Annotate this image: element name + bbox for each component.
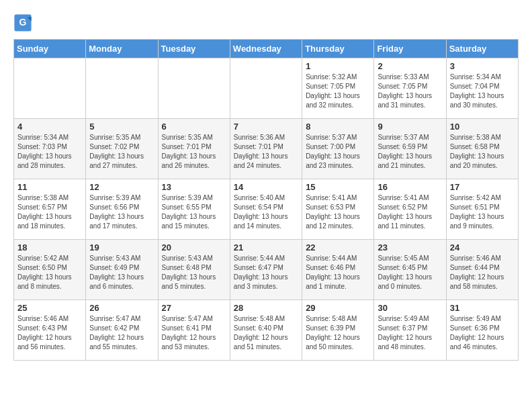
day-number: 21 (234, 242, 298, 253)
day-cell: 26Sunrise: 5:47 AM Sunset: 6:42 PM Dayli… (86, 300, 158, 361)
day-info: Sunrise: 5:44 AM Sunset: 6:46 PM Dayligh… (306, 254, 370, 291)
day-cell: 21Sunrise: 5:44 AM Sunset: 6:47 PM Dayli… (230, 240, 302, 300)
day-cell: 15Sunrise: 5:41 AM Sunset: 6:53 PM Dayli… (302, 179, 374, 240)
day-info: Sunrise: 5:39 AM Sunset: 6:56 PM Dayligh… (89, 193, 154, 231)
header-day-wednesday: Wednesday (230, 40, 302, 58)
day-info: Sunrise: 5:35 AM Sunset: 7:01 PM Dayligh… (162, 133, 226, 171)
day-info: Sunrise: 5:47 AM Sunset: 6:41 PM Dayligh… (162, 314, 226, 352)
day-info: Sunrise: 5:38 AM Sunset: 6:57 PM Dayligh… (17, 193, 82, 231)
header-row: SundayMondayTuesdayWednesdayThursdayFrid… (14, 40, 519, 58)
header-day-saturday: Saturday (446, 40, 518, 58)
day-number: 26 (89, 303, 154, 313)
day-number: 29 (306, 303, 370, 313)
day-number: 1 (306, 61, 370, 71)
svg-text:G: G (19, 17, 27, 28)
day-number: 3 (450, 61, 515, 71)
day-cell: 7Sunrise: 5:36 AM Sunset: 7:01 PM Daylig… (230, 119, 302, 179)
day-info: Sunrise: 5:49 AM Sunset: 6:36 PM Dayligh… (450, 314, 515, 352)
day-number: 5 (89, 122, 154, 132)
day-info: Sunrise: 5:42 AM Sunset: 6:51 PM Dayligh… (450, 193, 515, 231)
day-number: 16 (378, 182, 442, 192)
day-cell: 22Sunrise: 5:44 AM Sunset: 6:46 PM Dayli… (302, 240, 374, 300)
day-number: 10 (450, 122, 515, 132)
day-number: 15 (306, 182, 370, 192)
day-cell (158, 58, 230, 119)
day-cell: 18Sunrise: 5:42 AM Sunset: 6:50 PM Dayli… (14, 240, 86, 300)
day-info: Sunrise: 5:48 AM Sunset: 6:40 PM Dayligh… (234, 314, 298, 352)
day-info: Sunrise: 5:48 AM Sunset: 6:39 PM Dayligh… (306, 314, 370, 352)
day-cell: 13Sunrise: 5:39 AM Sunset: 6:55 PM Dayli… (158, 179, 230, 240)
day-number: 18 (17, 242, 82, 253)
day-cell: 25Sunrise: 5:46 AM Sunset: 6:43 PM Dayli… (14, 300, 86, 361)
day-cell: 14Sunrise: 5:40 AM Sunset: 6:54 PM Dayli… (230, 179, 302, 240)
day-info: Sunrise: 5:38 AM Sunset: 6:58 PM Dayligh… (450, 133, 515, 171)
header-day-thursday: Thursday (302, 40, 374, 58)
day-cell: 4Sunrise: 5:34 AM Sunset: 7:03 PM Daylig… (14, 119, 86, 179)
day-info: Sunrise: 5:43 AM Sunset: 6:49 PM Dayligh… (89, 254, 154, 291)
header-day-sunday: Sunday (14, 40, 86, 58)
day-number: 20 (162, 242, 226, 253)
day-cell (230, 58, 302, 119)
day-info: Sunrise: 5:41 AM Sunset: 6:52 PM Dayligh… (378, 193, 442, 231)
logo: G (13, 13, 34, 32)
header-day-friday: Friday (374, 40, 446, 58)
day-cell: 3Sunrise: 5:34 AM Sunset: 7:04 PM Daylig… (446, 58, 518, 119)
day-number: 17 (450, 182, 515, 192)
day-info: Sunrise: 5:46 AM Sunset: 6:43 PM Dayligh… (17, 314, 82, 352)
day-cell: 29Sunrise: 5:48 AM Sunset: 6:39 PM Dayli… (302, 300, 374, 361)
day-cell: 28Sunrise: 5:48 AM Sunset: 6:40 PM Dayli… (230, 300, 302, 361)
day-number: 27 (162, 303, 226, 313)
day-info: Sunrise: 5:40 AM Sunset: 6:54 PM Dayligh… (234, 193, 298, 231)
day-cell: 11Sunrise: 5:38 AM Sunset: 6:57 PM Dayli… (14, 179, 86, 240)
day-number: 19 (89, 242, 154, 253)
day-cell: 23Sunrise: 5:45 AM Sunset: 6:45 PM Dayli… (374, 240, 446, 300)
day-number: 23 (378, 242, 442, 253)
week-row-3: 11Sunrise: 5:38 AM Sunset: 6:57 PM Dayli… (14, 179, 519, 240)
day-info: Sunrise: 5:47 AM Sunset: 6:42 PM Dayligh… (89, 314, 154, 352)
day-cell: 9Sunrise: 5:37 AM Sunset: 6:59 PM Daylig… (374, 119, 446, 179)
day-info: Sunrise: 5:32 AM Sunset: 7:05 PM Dayligh… (306, 73, 370, 110)
day-info: Sunrise: 5:35 AM Sunset: 7:02 PM Dayligh… (89, 133, 154, 171)
day-cell: 8Sunrise: 5:37 AM Sunset: 7:00 PM Daylig… (302, 119, 374, 179)
day-cell: 16Sunrise: 5:41 AM Sunset: 6:52 PM Dayli… (374, 179, 446, 240)
day-info: Sunrise: 5:36 AM Sunset: 7:01 PM Dayligh… (234, 133, 298, 171)
day-number: 14 (234, 182, 298, 192)
day-cell: 24Sunrise: 5:46 AM Sunset: 6:44 PM Dayli… (446, 240, 518, 300)
day-number: 31 (450, 303, 515, 313)
day-cell: 2Sunrise: 5:33 AM Sunset: 7:05 PM Daylig… (374, 58, 446, 119)
day-info: Sunrise: 5:46 AM Sunset: 6:44 PM Dayligh… (450, 254, 515, 291)
day-number: 22 (306, 242, 370, 253)
day-number: 6 (162, 122, 226, 132)
header-day-tuesday: Tuesday (158, 40, 230, 58)
day-cell: 30Sunrise: 5:49 AM Sunset: 6:37 PM Dayli… (374, 300, 446, 361)
day-info: Sunrise: 5:34 AM Sunset: 7:03 PM Dayligh… (17, 133, 82, 171)
day-cell (14, 58, 86, 119)
day-info: Sunrise: 5:45 AM Sunset: 6:45 PM Dayligh… (378, 254, 442, 291)
day-cell: 31Sunrise: 5:49 AM Sunset: 6:36 PM Dayli… (446, 300, 518, 361)
day-info: Sunrise: 5:42 AM Sunset: 6:50 PM Dayligh… (17, 254, 82, 291)
day-number: 28 (234, 303, 298, 313)
day-info: Sunrise: 5:43 AM Sunset: 6:48 PM Dayligh… (162, 254, 226, 291)
header: G (13, 13, 519, 32)
day-number: 12 (89, 182, 154, 192)
day-number: 25 (17, 303, 82, 313)
day-number: 24 (450, 242, 515, 253)
day-info: Sunrise: 5:37 AM Sunset: 6:59 PM Dayligh… (378, 133, 442, 171)
day-number: 4 (17, 122, 82, 132)
header-day-monday: Monday (86, 40, 158, 58)
day-number: 8 (306, 122, 370, 132)
week-row-4: 18Sunrise: 5:42 AM Sunset: 6:50 PM Dayli… (14, 240, 519, 300)
day-number: 13 (162, 182, 226, 192)
day-info: Sunrise: 5:41 AM Sunset: 6:53 PM Dayligh… (306, 193, 370, 231)
day-info: Sunrise: 5:37 AM Sunset: 7:00 PM Dayligh… (306, 133, 370, 171)
day-info: Sunrise: 5:49 AM Sunset: 6:37 PM Dayligh… (378, 314, 442, 352)
day-cell: 6Sunrise: 5:35 AM Sunset: 7:01 PM Daylig… (158, 119, 230, 179)
day-info: Sunrise: 5:39 AM Sunset: 6:55 PM Dayligh… (162, 193, 226, 231)
day-cell: 20Sunrise: 5:43 AM Sunset: 6:48 PM Dayli… (158, 240, 230, 300)
day-cell: 1Sunrise: 5:32 AM Sunset: 7:05 PM Daylig… (302, 58, 374, 119)
day-cell (86, 58, 158, 119)
day-info: Sunrise: 5:33 AM Sunset: 7:05 PM Dayligh… (378, 73, 442, 110)
day-number: 9 (378, 122, 442, 132)
day-cell: 5Sunrise: 5:35 AM Sunset: 7:02 PM Daylig… (86, 119, 158, 179)
week-row-5: 25Sunrise: 5:46 AM Sunset: 6:43 PM Dayli… (14, 300, 519, 361)
